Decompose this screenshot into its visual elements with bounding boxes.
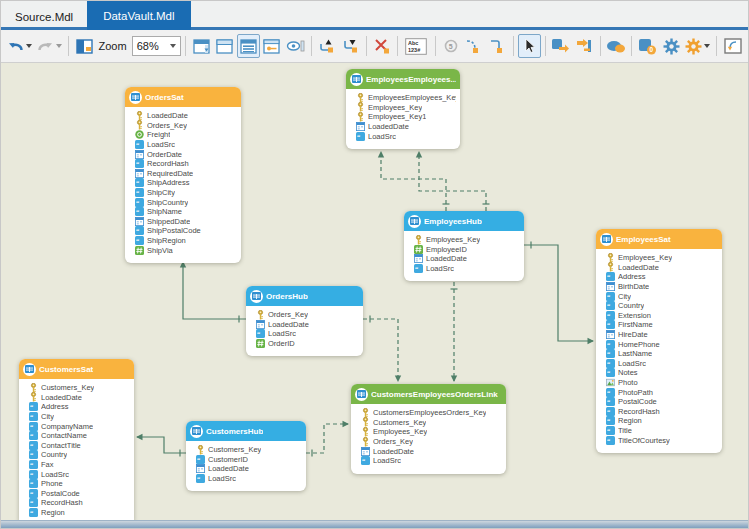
field-loadeddate[interactable]: LoadedDate xyxy=(196,464,302,474)
connector-employeeshub-employeessat[interactable] xyxy=(524,245,593,341)
field-employees_key[interactable]: Employees_Key xyxy=(361,427,502,437)
entity-header[interactable]: CustomersHub xyxy=(186,421,306,441)
field-address[interactable]: “Address xyxy=(606,272,718,282)
connector-employeeshub-employeesemployeeslink[interactable] xyxy=(381,152,446,211)
show-datatypes-button[interactable]: Abc123# xyxy=(402,34,430,58)
field-loadeddate[interactable]: LoadedDate xyxy=(356,122,456,132)
field-hiredate[interactable]: HireDate xyxy=(606,330,718,340)
show-table-header-button[interactable] xyxy=(213,34,236,58)
connector-ordershub-orderssat[interactable] xyxy=(183,262,246,319)
field-loadsrc[interactable]: “LoadSrc xyxy=(196,474,302,484)
entity-customerssat[interactable]: CustomersSatCustomers_KeyLoadedDate“Addr… xyxy=(19,359,134,520)
field-customers_key[interactable]: Customers_Key xyxy=(29,383,130,393)
field-region[interactable]: “Region xyxy=(606,416,718,426)
field-shipaddress[interactable]: “ShipAddress xyxy=(135,178,237,188)
field-loadeddate[interactable]: LoadedDate xyxy=(29,393,130,403)
field-postalcode[interactable]: “PostalCode xyxy=(29,489,130,499)
field-employees_key1[interactable]: Employees_Key1 xyxy=(356,112,456,122)
show-table-detail-button[interactable] xyxy=(190,34,213,58)
field-shippostalcode[interactable]: “ShipPostalCode xyxy=(135,226,237,236)
field-lastname[interactable]: “LastName xyxy=(606,349,718,359)
field-loadsrc[interactable]: “LoadSrc xyxy=(29,469,130,479)
field-shipregion[interactable]: “ShipRegion xyxy=(135,236,237,246)
connector-ordershub-customersemployeesorderslink[interactable] xyxy=(363,319,398,381)
field-loadsrc[interactable]: “LoadSrc xyxy=(361,456,502,466)
fit-view-button[interactable] xyxy=(721,34,744,58)
entity-count-button[interactable]: 0 xyxy=(636,34,659,58)
zoom-select[interactable]: 68% xyxy=(132,36,181,56)
field-orders_key[interactable]: Orders_Key xyxy=(361,437,502,447)
dashed-connector-button[interactable] xyxy=(463,34,486,58)
pointer-tool-button[interactable] xyxy=(518,34,541,58)
visibility-button[interactable] xyxy=(284,34,307,58)
settings-button[interactable] xyxy=(660,34,683,58)
entity-employeesemployees[interactable]: EmployeesEmployees...EmployeesEmployees_… xyxy=(346,69,460,149)
field-orders_key[interactable]: Orders_Key xyxy=(135,121,237,131)
field-recordhash[interactable]: “RecordHash xyxy=(29,498,130,508)
field-homephone[interactable]: “HomePhone xyxy=(606,339,718,349)
field-employeesemployees_key[interactable]: EmployeesEmployees_Key xyxy=(356,93,456,103)
field-loadeddate[interactable]: LoadedDate xyxy=(414,254,520,264)
tab-source-mdl[interactable]: Source.Mdl xyxy=(1,4,87,30)
generate-dropdown-caret[interactable] xyxy=(704,44,710,48)
field-shipname[interactable]: “ShipName xyxy=(135,207,237,217)
field-shippeddate[interactable]: ShippedDate xyxy=(135,217,237,227)
field-orderid[interactable]: OrderID xyxy=(256,339,359,349)
field-postalcode[interactable]: “PostalCode xyxy=(606,397,718,407)
field-country[interactable]: “Country xyxy=(606,301,718,311)
field-loadsrc[interactable]: “LoadSrc xyxy=(256,329,359,339)
entity-customershub[interactable]: CustomersHubCustomers_Key“CustomerIDLoad… xyxy=(186,421,306,491)
field-employees_key[interactable]: Employees_Key xyxy=(356,103,456,113)
delete-connector-button[interactable] xyxy=(371,34,394,58)
field-contactname[interactable]: “ContactName xyxy=(29,431,130,441)
field-recordhash[interactable]: “RecordHash xyxy=(606,407,718,417)
entity-header[interactable]: OrdersSat xyxy=(125,87,241,107)
field-recordhash[interactable]: “RecordHash xyxy=(135,159,237,169)
field-loadsrc[interactable]: “LoadSrc xyxy=(414,264,520,274)
field-loadsrc[interactable]: “LoadSrc xyxy=(356,131,456,141)
field-phone[interactable]: “Phone xyxy=(29,479,130,489)
field-customerid[interactable]: “CustomerID xyxy=(196,455,302,465)
route-connector-down-button[interactable] xyxy=(339,34,362,58)
entity-header[interactable]: OrdersHub xyxy=(246,286,363,306)
merge-entities-button[interactable] xyxy=(573,34,596,58)
connector-employeeshub-employeesemployeeslink[interactable] xyxy=(419,152,486,211)
undo-dropdown-caret[interactable] xyxy=(26,44,32,48)
field-fax[interactable]: “Fax xyxy=(29,460,130,470)
field-region[interactable]: “Region xyxy=(29,508,130,518)
entity-customersemployeesorderslink[interactable]: CustomersEmployeesOrdersLinkCustomersEmp… xyxy=(351,384,506,474)
elbow-connector-button[interactable] xyxy=(487,34,510,58)
tab-datavault-mdl[interactable]: DataVault.Mdl xyxy=(87,1,190,30)
entity-header[interactable]: CustomersSat xyxy=(19,359,134,379)
entity-ordershub[interactable]: OrdersHubOrders_KeyLoadedDate“LoadSrcOrd… xyxy=(246,286,363,356)
diagram-canvas[interactable]: OrdersSatLoadedDateOrders_KeyFreight“Loa… xyxy=(1,63,748,520)
field-companyname[interactable]: “CompanyName xyxy=(29,421,130,431)
field-customers_key[interactable]: Customers_Key xyxy=(196,445,302,455)
field-title[interactable]: “Title xyxy=(606,426,718,436)
field-loadeddate[interactable]: LoadedDate xyxy=(361,446,502,456)
field-extension[interactable]: “Extension xyxy=(606,311,718,321)
field-loadsrc[interactable]: “LoadSrc xyxy=(606,359,718,369)
redo-button[interactable] xyxy=(35,34,64,58)
field-city[interactable]: “City xyxy=(606,291,718,301)
field-loadeddate[interactable]: LoadedDate xyxy=(135,111,237,121)
route-connector-up-button[interactable] xyxy=(316,34,339,58)
field-customers_key[interactable]: Customers_Key xyxy=(361,418,502,428)
cloud-sync-button[interactable] xyxy=(605,34,628,58)
show-keys-button[interactable] xyxy=(261,34,284,58)
field-employees_key[interactable]: Employees_Key xyxy=(606,253,718,263)
connector-customershub-customersemployeesorderslink[interactable] xyxy=(306,424,348,453)
entity-header[interactable]: EmployeesEmployees... xyxy=(346,69,460,89)
field-freight[interactable]: Freight xyxy=(135,130,237,140)
field-photopath[interactable]: “PhotoPath xyxy=(606,387,718,397)
field-employees_key[interactable]: Employees_Key xyxy=(414,235,520,245)
field-notes[interactable]: “Notes xyxy=(606,368,718,378)
entity-employeeshub[interactable]: EmployeesHubEmployees_KeyEmployeeIDLoade… xyxy=(404,211,524,281)
overview-panel-button[interactable] xyxy=(73,34,96,58)
field-loadsrc[interactable]: “LoadSrc xyxy=(135,140,237,150)
field-shipvia[interactable]: ShipVia xyxy=(135,245,237,255)
field-loadeddate[interactable]: LoadedDate xyxy=(256,320,359,330)
field-shipcountry[interactable]: “ShipCountry xyxy=(135,197,237,207)
entity-orderssat[interactable]: OrdersSatLoadedDateOrders_KeyFreight“Loa… xyxy=(125,87,241,263)
field-city[interactable]: “City xyxy=(29,412,130,422)
